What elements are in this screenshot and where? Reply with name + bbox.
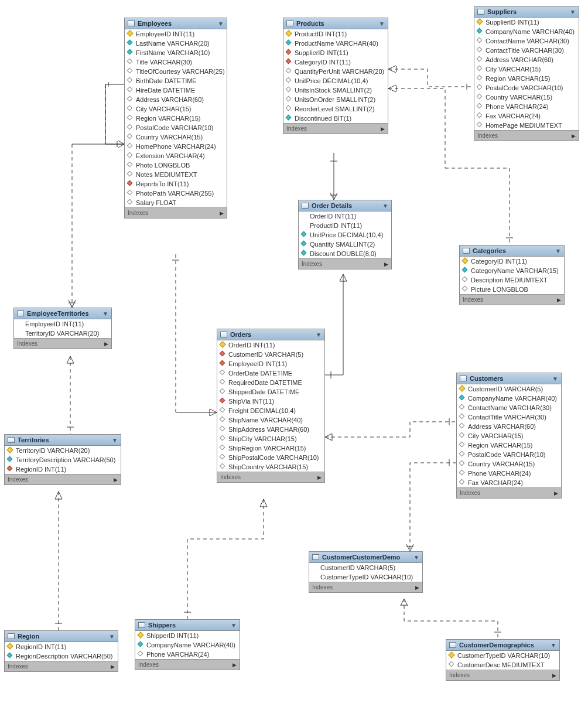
- column-row[interactable]: Extension VARCHAR(4): [125, 151, 227, 161]
- column-row[interactable]: Country VARCHAR(15): [457, 459, 561, 469]
- column-row[interactable]: Address VARCHAR(60): [457, 422, 561, 431]
- column-row[interactable]: ShipAddress VARCHAR(60): [217, 425, 324, 434]
- column-row[interactable]: RequiredDate DATETIME: [217, 378, 324, 387]
- indexes-section[interactable]: Indexes▶: [217, 472, 324, 482]
- expand-icon[interactable]: ▶: [233, 662, 237, 668]
- table-CustomerDemographics[interactable]: CustomerDemographics▼CustomerTypeID VARC…: [446, 639, 560, 681]
- table-EmployeeTerritories[interactable]: EmployeeTerritories▼EmployeeID INT(11)Te…: [13, 308, 112, 349]
- table-Categories[interactable]: Categories▼CategoryID INT(11)CategoryNam…: [459, 245, 565, 305]
- table-header[interactable]: Products▼: [283, 18, 388, 29]
- table-Region[interactable]: Region▼RegionID INT(11)RegionDescription…: [4, 630, 118, 672]
- column-row[interactable]: ShipPostalCode VARCHAR(10): [217, 453, 324, 462]
- table-Employees[interactable]: Employees▼EmployeeID INT(11)LastName VAR…: [124, 18, 227, 219]
- column-row[interactable]: OrderID INT(11): [299, 211, 391, 221]
- column-row[interactable]: ShipRegion VARCHAR(15): [217, 443, 324, 453]
- column-row[interactable]: ShipVia INT(11): [217, 397, 324, 406]
- column-row[interactable]: Salary FLOAT: [125, 198, 227, 207]
- indexes-section[interactable]: Indexes▶: [446, 670, 559, 680]
- column-row[interactable]: TitleOfCourtesy VARCHAR(25): [125, 67, 227, 76]
- indexes-section[interactable]: Indexes▶: [135, 659, 240, 670]
- column-row[interactable]: EmployeeID INT(11): [217, 359, 324, 368]
- column-row[interactable]: Freight DECIMAL(10,4): [217, 406, 324, 415]
- column-row[interactable]: Country VARCHAR(15): [125, 132, 227, 142]
- column-row[interactable]: UnitPrice DECIMAL(10,4): [283, 76, 388, 86]
- column-row[interactable]: HireDate DATETIME: [125, 86, 227, 95]
- column-row[interactable]: TerritoryID VARCHAR(20): [5, 446, 121, 455]
- table-header[interactable]: Categories▼: [460, 245, 564, 257]
- column-row[interactable]: CustomerDesc MEDIUMTEXT: [446, 660, 559, 670]
- column-row[interactable]: Discount DOUBLE(8,0): [299, 249, 391, 258]
- column-row[interactable]: SupplierID INT(11): [474, 18, 579, 27]
- column-row[interactable]: Region VARCHAR(15): [125, 114, 227, 123]
- column-row[interactable]: ContactName VARCHAR(30): [474, 36, 579, 46]
- indexes-section[interactable]: Indexes▶: [299, 258, 391, 269]
- column-row[interactable]: ContactName VARCHAR(30): [457, 403, 561, 412]
- indexes-section[interactable]: Indexes▶: [460, 294, 564, 305]
- column-row[interactable]: ShipperID INT(11): [135, 631, 240, 640]
- column-row[interactable]: Phone VARCHAR(24): [457, 469, 561, 478]
- collapse-icon[interactable]: ▼: [551, 642, 556, 649]
- column-row[interactable]: ProductName VARCHAR(40): [283, 39, 388, 48]
- expand-icon[interactable]: ▶: [381, 126, 385, 132]
- column-row[interactable]: Phone VARCHAR(24): [474, 102, 579, 111]
- table-header[interactable]: Territories▼: [5, 435, 121, 446]
- column-row[interactable]: Description MEDIUMTEXT: [460, 275, 564, 285]
- column-row[interactable]: TerritoryDescription VARCHAR(50): [5, 455, 121, 465]
- column-row[interactable]: FirstName VARCHAR(10): [125, 48, 227, 57]
- column-row[interactable]: Region VARCHAR(15): [457, 441, 561, 450]
- indexes-section[interactable]: Indexes▶: [283, 123, 388, 134]
- column-row[interactable]: Country VARCHAR(15): [474, 93, 579, 102]
- table-CustomerCustomerDemo[interactable]: CustomerCustomerDemo▼CustomerID VARCHAR(…: [309, 551, 423, 593]
- table-header[interactable]: Orders▼: [217, 329, 324, 340]
- column-row[interactable]: ShipName VARCHAR(40): [217, 415, 324, 425]
- column-row[interactable]: ProductID INT(11): [299, 221, 391, 230]
- collapse-icon[interactable]: ▼: [379, 21, 385, 27]
- expand-icon[interactable]: ▶: [384, 261, 388, 267]
- table-Customers[interactable]: Customers▼CustomerID VARCHAR(5)CompanyNa…: [456, 373, 562, 499]
- collapse-icon[interactable]: ▼: [316, 332, 322, 338]
- column-row[interactable]: CompanyName VARCHAR(40): [474, 27, 579, 36]
- column-row[interactable]: CustomerTypeID VARCHAR(10): [446, 651, 559, 660]
- column-row[interactable]: SupplierID INT(11): [283, 48, 388, 57]
- column-row[interactable]: ContactTitle VARCHAR(30): [474, 46, 579, 55]
- column-row[interactable]: ShipCountry VARCHAR(15): [217, 462, 324, 472]
- collapse-icon[interactable]: ▼: [109, 633, 115, 640]
- indexes-section[interactable]: Indexes▶: [5, 474, 121, 484]
- column-row[interactable]: CompanyName VARCHAR(40): [135, 640, 240, 650]
- column-row[interactable]: CategoryName VARCHAR(15): [460, 266, 564, 275]
- expand-icon[interactable]: ▶: [104, 341, 108, 347]
- table-header[interactable]: Suppliers▼: [474, 6, 579, 18]
- collapse-icon[interactable]: ▼: [218, 21, 224, 27]
- collapse-icon[interactable]: ▼: [382, 203, 388, 209]
- column-row[interactable]: QuantityPerUnit VARCHAR(20): [283, 67, 388, 76]
- column-row[interactable]: HomePage MEDIUMTEXT: [474, 121, 579, 130]
- column-row[interactable]: City VARCHAR(15): [457, 431, 561, 441]
- collapse-icon[interactable]: ▼: [570, 9, 576, 15]
- column-row[interactable]: UnitsInStock SMALLINT(2): [283, 86, 388, 95]
- indexes-section[interactable]: Indexes▶: [5, 661, 118, 671]
- column-row[interactable]: LastName VARCHAR(20): [125, 39, 227, 48]
- column-row[interactable]: RegionID INT(11): [5, 642, 118, 651]
- column-row[interactable]: Fax VARCHAR(24): [474, 111, 579, 121]
- column-row[interactable]: PhotoPath VARCHAR(255): [125, 189, 227, 198]
- collapse-icon[interactable]: ▼: [102, 310, 108, 317]
- table-Products[interactable]: Products▼ProductID INT(11)ProductName VA…: [283, 18, 388, 134]
- column-row[interactable]: CategoryID INT(11): [283, 57, 388, 67]
- column-row[interactable]: City VARCHAR(15): [125, 104, 227, 114]
- column-row[interactable]: Quantity SMALLINT(2): [299, 240, 391, 249]
- column-row[interactable]: EmployeeID INT(11): [125, 29, 227, 39]
- expand-icon[interactable]: ▶: [111, 664, 115, 670]
- column-row[interactable]: Picture LONGBLOB: [460, 285, 564, 294]
- table-header[interactable]: Region▼: [5, 631, 118, 642]
- column-row[interactable]: Fax VARCHAR(24): [457, 478, 561, 487]
- collapse-icon[interactable]: ▼: [231, 622, 237, 629]
- column-row[interactable]: City VARCHAR(15): [474, 64, 579, 74]
- column-row[interactable]: PostalCode VARCHAR(10): [125, 123, 227, 132]
- table-header[interactable]: Employees▼: [125, 18, 227, 29]
- column-row[interactable]: Address VARCHAR(60): [125, 95, 227, 104]
- table-Territories[interactable]: Territories▼TerritoryID VARCHAR(20)Terri…: [4, 434, 121, 485]
- column-row[interactable]: Region VARCHAR(15): [474, 74, 579, 83]
- column-row[interactable]: Discontinued BIT(1): [283, 114, 388, 123]
- column-row[interactable]: Address VARCHAR(60): [474, 55, 579, 64]
- expand-icon[interactable]: ▶: [317, 475, 322, 480]
